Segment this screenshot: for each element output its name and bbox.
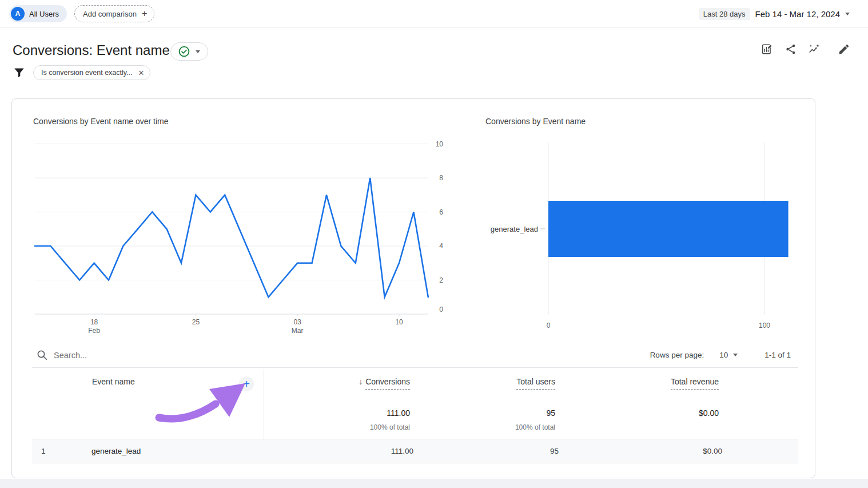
add-comparison-label: Add comparison [83,10,137,18]
column-header-total-users[interactable]: Total users [516,377,555,390]
date-preset-chip: Last 28 days [699,8,750,20]
sort-descending-icon: ↓ [359,377,363,386]
chevron-down-icon [196,50,200,53]
row-rank: 1 [41,439,46,463]
add-comparison-button[interactable]: Add comparison + [74,5,154,22]
page-background-strip [0,479,868,488]
column-header-total-revenue[interactable]: Total revenue [671,377,719,390]
check-circle-icon [178,46,190,57]
pagination-range: 1-1 of 1 [765,351,791,359]
totals-users: 95 [546,408,555,418]
bar-chart-title: Conversions by Event name [485,117,586,126]
svg-text:25: 25 [192,318,200,326]
line-chart-title: Conversions by Event name over time [33,117,169,126]
date-range-text: Feb 14 - Mar 12, 2024 [755,9,840,19]
svg-text:Feb: Feb [88,327,100,335]
totals-revenue: $0.00 [699,408,719,418]
audience-chip-label: All Users [29,10,59,18]
svg-text:Mar: Mar [292,327,304,335]
date-range-picker[interactable]: Last 28 days Feb 14 - Mar 12, 2024 [699,0,850,27]
edit-pencil-icon[interactable] [838,43,850,55]
chevron-down-icon[interactable] [845,13,850,15]
svg-text:6: 6 [439,208,443,216]
svg-text:0: 0 [547,322,551,330]
top-bar: A All Users Add comparison + Last 28 day… [0,0,868,27]
pagination-controls: Rows per page: 10 1-1 of 1 [650,351,791,359]
row-total-users: 95 [550,439,559,463]
row-event-name: generate_lead [91,439,141,463]
close-icon[interactable]: ✕ [138,69,145,77]
add-metric-button[interactable]: + [239,376,254,391]
rows-per-page-label: Rows per page: [650,351,704,359]
svg-text:2: 2 [439,276,443,284]
filter-chip-label: Is conversion event exactly... [41,69,133,77]
conversions-over-time-line-chart: 024681018Feb2503Mar10 [23,138,451,338]
divider [32,367,798,368]
table-row[interactable]: 1 generate_lead 111.00 95 $0.00 [32,439,798,463]
plus-icon: + [142,9,147,18]
svg-text:8: 8 [439,174,443,182]
svg-text:4: 4 [439,242,443,250]
svg-text:0: 0 [439,306,443,314]
svg-text:18: 18 [90,318,98,326]
plus-icon: + [243,378,250,390]
filter-row: Is conversion event exactly... ✕ [14,65,150,80]
search-icon [37,350,48,361]
svg-text:generate_lead: generate_lead [491,225,538,233]
row-conversions: 111.00 [391,439,413,463]
totals-users-share: 100% of total [515,423,555,431]
svg-text:03: 03 [294,318,302,326]
avatar: A [11,7,25,21]
rows-per-page-value[interactable]: 10 [719,351,728,359]
column-header-conversions[interactable]: ↓ Conversions [359,377,410,390]
insights-icon[interactable] [808,43,821,55]
report-card: Conversions by Event name over time Conv… [11,98,815,478]
column-header-event-name[interactable]: Event name [92,377,135,386]
report-toolbar [761,43,850,55]
report-status-badge[interactable] [170,42,208,61]
annotation-arrow [148,374,254,434]
svg-text:10: 10 [395,318,403,326]
totals-conversions-share: 100% of total [370,423,410,431]
ga4-report-page: A All Users Add comparison + Last 28 day… [0,0,868,488]
filter-funnel-icon[interactable] [14,68,25,78]
share-icon[interactable] [785,43,797,55]
totals-conversions: 111.00 [387,408,410,418]
svg-text:10: 10 [436,140,444,148]
chevron-down-icon[interactable] [733,354,738,356]
conversions-by-event-bar-chart: 0100generate_lead [485,138,806,338]
page-title: Conversions: Event name [13,42,170,58]
filter-chip[interactable]: Is conversion event exactly... ✕ [33,65,150,80]
customize-report-icon[interactable] [761,43,774,55]
audience-segment-chip[interactable]: A All Users [9,5,67,22]
row-total-revenue: $0.00 [703,439,722,463]
search-input[interactable] [54,348,294,362]
svg-text:100: 100 [759,322,770,330]
